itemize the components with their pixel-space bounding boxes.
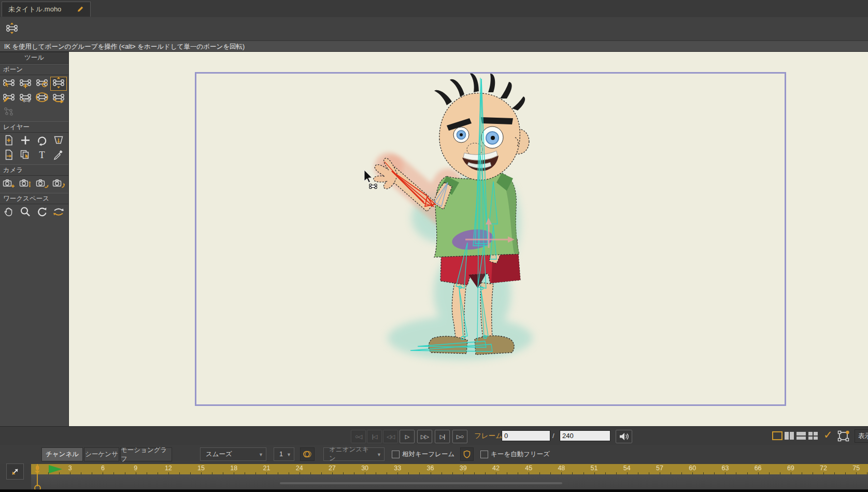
pages-cursor-icon — [19, 149, 32, 163]
move-layer-tool[interactable] — [1, 149, 17, 163]
page-arrow-icon — [3, 149, 15, 163]
camera-pan-icon — [52, 177, 65, 191]
bone-dynamics-tool[interactable] — [50, 91, 67, 105]
ruler-label-51: 51 — [591, 465, 598, 472]
playback-start-marker[interactable] — [49, 465, 62, 473]
ruler-label-6: 6 — [101, 465, 105, 472]
end-frame-input[interactable] — [560, 430, 610, 441]
add-bone-tool[interactable] — [17, 77, 34, 91]
hand-icon — [3, 206, 15, 220]
text-tool[interactable]: T — [34, 149, 50, 163]
rotate-workspace-tool[interactable] — [34, 206, 50, 220]
layout-two-vertical-button[interactable] — [784, 431, 794, 440]
character-artwork — [69, 52, 868, 426]
svg-text:T: T — [39, 150, 45, 160]
ruler-label-69: 69 — [787, 465, 794, 472]
ruler-label-42: 42 — [492, 465, 500, 472]
canvas[interactable] — [69, 52, 868, 426]
ruler-label-12: 12 — [165, 465, 172, 472]
ruler-label-63: 63 — [721, 465, 729, 472]
add-layer-tool[interactable] — [17, 134, 34, 148]
child-bone-tool[interactable] — [17, 91, 34, 105]
timeline-ruler[interactable]: 0369121518212427303336394245485154576063… — [31, 464, 868, 474]
bone-plus-icon — [19, 77, 32, 91]
transform-bone-tool[interactable] — [50, 77, 67, 91]
playhead-line[interactable] — [37, 464, 38, 486]
skeleton-tool — [1, 106, 17, 120]
loop-button[interactable]: ▷○ — [452, 430, 467, 443]
sketch-bone-tool[interactable] — [1, 91, 17, 105]
zoom-camera-tool[interactable] — [17, 177, 34, 191]
bone-pencil-icon — [3, 91, 15, 105]
shield-icon — [463, 450, 471, 458]
onion-skin-dropdown[interactable]: オニオンスキン ▼ — [323, 447, 385, 461]
bone-cursor-icon — [3, 77, 15, 91]
tool-section-label: レイヤー — [0, 121, 68, 133]
timeline-tab-1[interactable]: チャンネル — [41, 447, 83, 461]
ruler-label-57: 57 — [656, 465, 663, 472]
mute-button[interactable] — [616, 430, 632, 443]
speaker-icon — [619, 432, 629, 441]
onion-skin-button[interactable] — [300, 447, 315, 461]
current-frame-input[interactable] — [502, 430, 550, 441]
timeline-toolbar: スムーズ ▼ 1 ▼ オニオンスキン ▼ 相対キーフレーム — [0, 445, 868, 464]
timeline-tab-3[interactable]: モーショングラフ — [120, 447, 172, 461]
transform-layer-tool[interactable] — [1, 134, 17, 148]
document-tab-bar: 未タイトル.moho — [0, 0, 868, 18]
bone-child-icon — [19, 91, 32, 105]
prev-keyframe-button[interactable]: |◁ — [367, 430, 382, 443]
frame-label: フレーム — [474, 427, 503, 445]
step-dropdown[interactable]: 1 ▼ — [274, 447, 294, 461]
rotate-layer-tool[interactable] — [34, 134, 50, 148]
timeline-resize-handle[interactable] — [6, 463, 24, 480]
rotate-c-icon — [36, 206, 48, 220]
chevron-down-icon: ▼ — [377, 452, 381, 457]
layout-two-horizontal-button[interactable] — [796, 431, 806, 440]
eyedropper-tool[interactable] — [50, 149, 67, 163]
pan-workspace-tool[interactable] — [1, 206, 17, 220]
reparent-bone-tool[interactable] — [34, 77, 50, 91]
step-forward-button[interactable]: ▷▷ — [417, 430, 432, 443]
display-quality-button[interactable]: 表示 — [855, 429, 868, 443]
relative-keyframes-checkbox[interactable] — [392, 451, 400, 458]
zoom-workspace-tool[interactable] — [17, 206, 34, 220]
orbit-workspace-tool[interactable] — [50, 206, 67, 220]
ruler-label-3: 3 — [68, 465, 72, 472]
auto-freeze-checkbox[interactable] — [480, 451, 488, 458]
timeline-tab-2[interactable]: シーケンサ — [84, 447, 119, 461]
select-layers-tool[interactable] — [17, 149, 34, 163]
jump-end-button[interactable]: ▷| — [435, 430, 450, 443]
ruler-label-60: 60 — [689, 465, 696, 472]
timeline-scrollbar[interactable] — [280, 482, 562, 484]
moho-window: 未タイトル.moho IK を使用してボーンのグループを操作 (<alt> をホ… — [0, 0, 868, 492]
layout-single-button[interactable] — [772, 431, 782, 440]
bone-arrows-icon — [52, 77, 65, 91]
interpolation-dropdown[interactable]: スムーズ ▼ — [200, 447, 266, 461]
layout-quad-button[interactable] — [808, 431, 818, 440]
letter-t-icon: T — [36, 149, 48, 163]
step-back-button[interactable]: ◁◁ — [383, 430, 398, 443]
jump-start-button[interactable]: ○◁ — [351, 430, 366, 443]
ruler-label-54: 54 — [623, 465, 631, 472]
bone-strength-tool[interactable] — [34, 91, 50, 105]
eyedropper-icon — [52, 149, 65, 163]
shear-layer-tool[interactable] — [50, 134, 67, 148]
ruler-label-15: 15 — [197, 465, 205, 472]
enable-drawing-check-icon[interactable]: ✓ — [823, 429, 833, 441]
arc-arrow-icon — [36, 134, 48, 148]
select-bone-tool[interactable] — [1, 77, 17, 91]
pan-tilt-camera-tool[interactable] — [50, 177, 67, 191]
auto-freeze-label: キーを自動フリーズ — [491, 450, 550, 459]
ruler-label-66: 66 — [755, 465, 762, 472]
keyframe-shield-button[interactable] — [460, 447, 474, 461]
transform-bone-tool-icon — [6, 22, 18, 36]
document-tab[interactable]: 未タイトル.moho — [2, 2, 91, 17]
ruler-label-27: 27 — [329, 465, 336, 472]
playhead-marker[interactable] — [35, 471, 40, 474]
roll-camera-tool[interactable] — [34, 177, 50, 191]
play-button[interactable]: ▷ — [400, 430, 415, 443]
ruler-label-75: 75 — [852, 465, 860, 472]
crop-frame-icon[interactable] — [837, 430, 850, 444]
track-camera-tool[interactable] — [1, 177, 17, 191]
skeleton-icon — [3, 106, 15, 120]
